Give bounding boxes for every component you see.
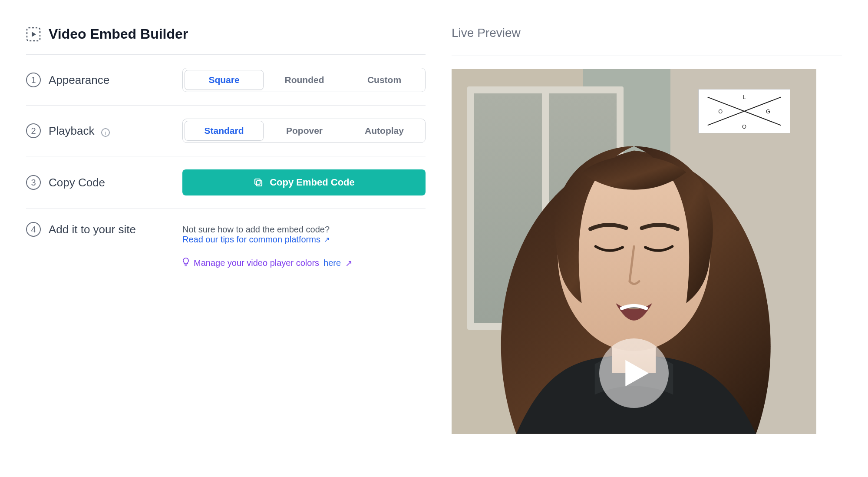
tips-platforms-link[interactable]: Read our tips for common platforms ↗: [182, 235, 330, 245]
step-number-3: 3: [26, 175, 41, 190]
play-button[interactable]: [599, 338, 669, 408]
step-title-add: Add it to your site: [49, 223, 136, 236]
lightbulb-icon: [182, 258, 189, 268]
info-icon[interactable]: i: [101, 128, 110, 137]
step-title-copy: Copy Code: [49, 176, 105, 189]
step-number-2: 2: [26, 123, 41, 138]
appearance-option-rounded[interactable]: Rounded: [265, 70, 343, 90]
step-number-4: 4: [26, 222, 41, 237]
step-appearance: 1 Appearance Square Rounded Custom: [26, 55, 426, 106]
step-add-to-site: 4 Add it to your site Not sure how to ad…: [26, 209, 426, 282]
preview-logo-overlay: L O G O: [698, 89, 790, 133]
embed-target-icon: [26, 27, 41, 42]
step-title-appearance: Appearance: [49, 73, 109, 87]
live-preview-title: Live Preview: [452, 26, 842, 56]
step-title-playback: Playback i: [49, 124, 110, 138]
manage-colors-link[interactable]: Manage your video player colors here ↗: [182, 258, 353, 268]
step-playback: 2 Playback i Standard Popover Autoplay: [26, 106, 426, 156]
embed-help-text: Not sure how to add the embed code?: [182, 225, 426, 235]
playback-option-standard[interactable]: Standard: [185, 121, 264, 141]
svg-text:L: L: [743, 94, 746, 100]
builder-header: Video Embed Builder: [26, 26, 426, 55]
appearance-segmented-control: Square Rounded Custom: [182, 68, 426, 92]
playback-option-popover[interactable]: Popover: [265, 121, 343, 141]
copy-icon: [253, 177, 264, 188]
step-copy-code: 3 Copy Code Copy Embed Code: [26, 156, 426, 209]
appearance-option-custom[interactable]: Custom: [345, 70, 423, 90]
playback-option-autoplay[interactable]: Autoplay: [345, 121, 423, 141]
video-preview: L O G O: [452, 69, 816, 434]
step-number-1: 1: [26, 73, 41, 87]
svg-text:O: O: [742, 123, 746, 130]
svg-rect-2: [255, 179, 260, 184]
svg-text:G: G: [766, 108, 770, 115]
svg-rect-1: [257, 181, 262, 186]
external-link-icon: ↗: [324, 235, 330, 244]
copy-embed-code-label: Copy Embed Code: [270, 177, 355, 188]
appearance-option-square[interactable]: Square: [185, 70, 264, 90]
builder-title: Video Embed Builder: [49, 26, 188, 42]
copy-embed-code-button[interactable]: Copy Embed Code: [182, 169, 426, 195]
external-link-icon: ↗: [345, 258, 353, 268]
svg-text:O: O: [718, 108, 723, 115]
play-icon: [621, 358, 652, 388]
playback-segmented-control: Standard Popover Autoplay: [182, 119, 426, 143]
